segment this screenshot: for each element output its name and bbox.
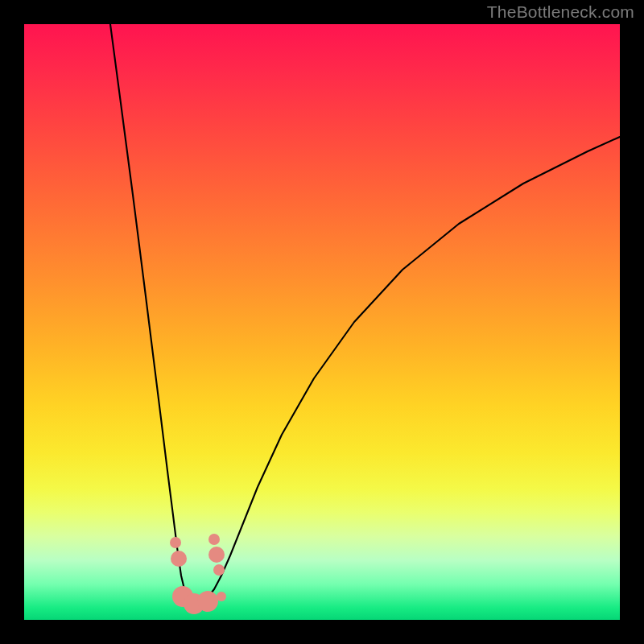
data-marker-8 [217,592,226,601]
marker-layer [24,24,620,620]
outer-frame: TheBottleneck.com [0,0,644,644]
data-marker-0 [170,537,181,548]
data-marker-4 [213,564,225,576]
data-marker-7 [197,591,218,612]
watermark-text: TheBottleneck.com [487,2,634,22]
plot-area [24,24,620,620]
data-marker-2 [208,534,220,545]
data-marker-1 [171,551,187,567]
data-marker-3 [208,547,225,563]
